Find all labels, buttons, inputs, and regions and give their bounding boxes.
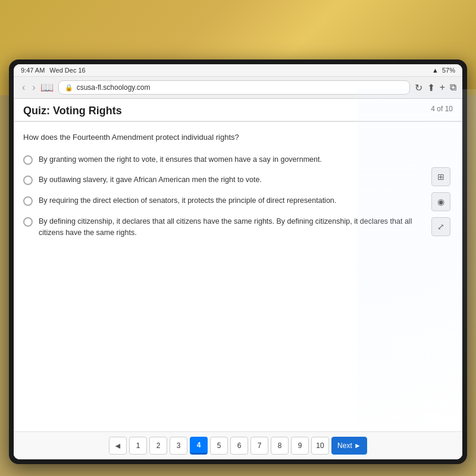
browser-chrome: ‹ › 📖 🔒 csusa-fl.schoology.com ↻ ⬆ + ⧉ <box>14 77 462 99</box>
answer-text-b: By outlawing slavery, it gave African Am… <box>39 174 262 186</box>
status-time: 9:47 AM <box>21 67 45 74</box>
reload-button[interactable]: ↻ <box>415 82 422 93</box>
page-2-button[interactable]: 2 <box>149 437 167 455</box>
tabs-button[interactable]: ⧉ <box>450 82 456 93</box>
quiz-main: How does the Fourteenth Amendment protec… <box>23 131 423 425</box>
share-button[interactable]: ⬆ <box>427 82 435 93</box>
quiz-progress: 4 of 10 <box>431 105 453 113</box>
battery-text: 57% <box>442 67 455 74</box>
page-1-button[interactable]: 1 <box>129 437 147 455</box>
expand-icon-btn[interactable]: ⤢ <box>431 217 450 236</box>
add-tab-button[interactable]: + <box>440 82 445 93</box>
circle-icon: ◉ <box>437 197 444 206</box>
back-button[interactable]: ‹ <box>20 81 27 94</box>
radio-a[interactable] <box>23 155 33 165</box>
circle-icon-btn[interactable]: ◉ <box>431 192 450 211</box>
prev-page-button[interactable]: ◄ <box>109 437 127 455</box>
answer-text-a: By granting women the right to vote, it … <box>39 154 322 165</box>
answer-text-c: By requiring the direct election of sena… <box>39 195 336 206</box>
url-text: csusa-fl.schoology.com <box>77 83 151 92</box>
browser-actions: ↻ ⬆ + ⧉ <box>415 82 456 93</box>
status-left: 9:47 AM Wed Dec 16 <box>21 67 86 74</box>
calendar-icon: ⊞ <box>437 172 444 181</box>
answer-option-d[interactable]: By defining citizenship, it declares tha… <box>23 216 423 239</box>
question-text: How does the Fourteenth Amendment protec… <box>23 131 423 143</box>
status-bar: 9:47 AM Wed Dec 16 ▲ 57% <box>14 64 462 77</box>
next-button[interactable]: Next ► <box>331 437 367 455</box>
wifi-icon: ▲ <box>432 67 439 74</box>
status-date: Wed Dec 16 <box>49 67 85 74</box>
page-3-button[interactable]: 3 <box>170 437 187 455</box>
tablet-screen: 9:47 AM Wed Dec 16 ▲ 57% ‹ › 📖 🔒 csusa-f… <box>14 64 462 459</box>
nav-buttons: ‹ › 📖 <box>20 81 54 94</box>
quiz-sidebar: ⊞ ◉ ⤢ <box>429 131 453 425</box>
quiz-title: Quiz: Voting Rights <box>23 105 122 117</box>
quiz-header: Quiz: Voting Rights 4 of 10 <box>14 99 462 122</box>
page-content: Quiz: Voting Rights 4 of 10 How does the… <box>14 99 462 459</box>
answer-option-c[interactable]: By requiring the direct election of sena… <box>23 195 423 206</box>
page-7-button[interactable]: 7 <box>250 437 268 455</box>
lock-icon: 🔒 <box>65 84 73 92</box>
page-4-button[interactable]: 4 <box>190 437 208 455</box>
quiz-body: How does the Fourteenth Amendment protec… <box>14 122 462 431</box>
radio-c[interactable] <box>23 196 33 206</box>
radio-b[interactable] <box>23 176 33 185</box>
expand-icon: ⤢ <box>437 222 444 231</box>
page-10-button[interactable]: 10 <box>311 437 329 455</box>
page-9-button[interactable]: 9 <box>291 437 309 455</box>
page-8-button[interactable]: 8 <box>271 437 289 455</box>
radio-d[interactable] <box>23 217 33 227</box>
pagination-bar: ◄ 1 2 3 4 5 6 7 8 9 10 Next ► <box>14 431 462 459</box>
address-bar[interactable]: 🔒 csusa-fl.schoology.com <box>58 80 410 95</box>
answer-option-b[interactable]: By outlawing slavery, it gave African Am… <box>23 174 423 186</box>
status-right: ▲ 57% <box>432 67 455 74</box>
answer-option-a[interactable]: By granting women the right to vote, it … <box>23 154 423 165</box>
answer-text-d: By defining citizenship, it declares tha… <box>39 216 423 239</box>
page-5-button[interactable]: 5 <box>210 437 228 455</box>
page-6-button[interactable]: 6 <box>230 437 248 455</box>
calendar-icon-btn[interactable]: ⊞ <box>431 167 450 186</box>
forward-button[interactable]: › <box>30 81 37 94</box>
bookmarks-icon[interactable]: 📖 <box>40 81 54 94</box>
tablet-frame: 9:47 AM Wed Dec 16 ▲ 57% ‹ › 📖 🔒 csusa-f… <box>9 60 467 464</box>
